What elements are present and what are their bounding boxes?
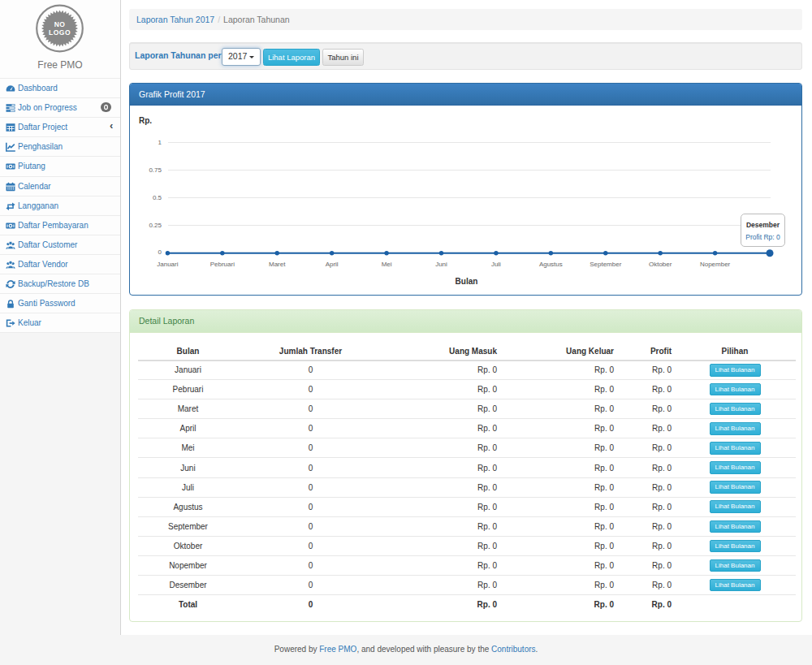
svg-text:LOGO: LOGO — [49, 28, 71, 37]
svg-text:NO: NO — [54, 20, 66, 28]
